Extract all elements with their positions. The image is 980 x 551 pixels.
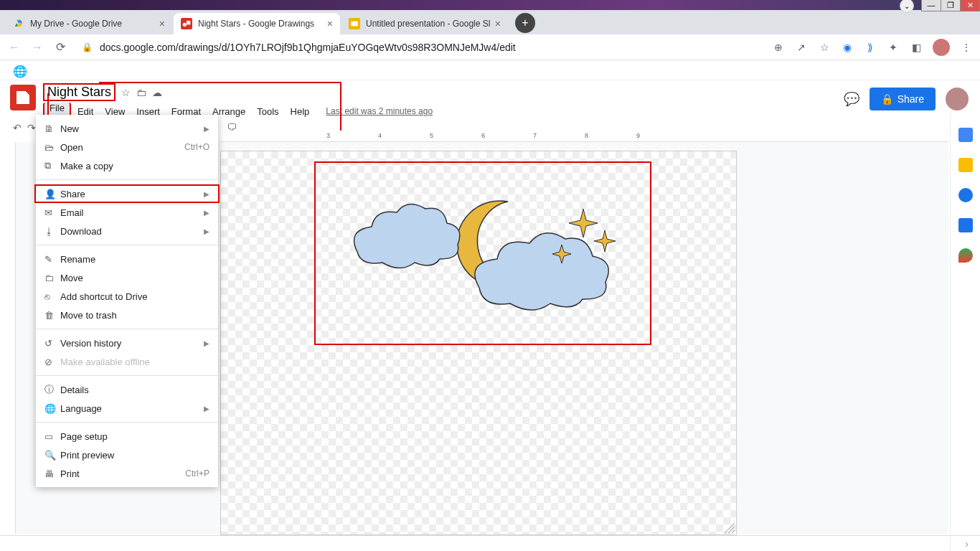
maximize-button[interactable]: ❐ xyxy=(941,0,961,11)
last-edit-link[interactable]: Last edit was 2 minutes ago xyxy=(326,104,433,119)
globe-icon[interactable]: 🌐 xyxy=(13,65,24,76)
menu-make-copy[interactable]: ⧉Make a copy xyxy=(36,156,218,175)
menu-help[interactable]: Help xyxy=(286,104,315,119)
ruler-tick: 4 xyxy=(378,132,382,139)
document-title[interactable]: Night Stars xyxy=(43,83,116,101)
menu-move-trash[interactable]: 🗑Move to trash xyxy=(36,306,218,324)
file-menu-dropdown: 🗎New▶ 🗁OpenCtrl+O ⧉Make a copy 👤Share▶ ✉… xyxy=(36,115,218,487)
menu-email[interactable]: ✉Email▶ xyxy=(36,203,218,222)
cloud-status-icon[interactable]: ☁ xyxy=(152,87,162,98)
drawings-icon xyxy=(181,18,192,29)
globe-icon: 🌐 xyxy=(44,403,60,414)
mail-icon: ✉ xyxy=(44,207,60,218)
extensions-puzzle-icon[interactable]: ✦ xyxy=(887,41,900,54)
svg-rect-4 xyxy=(351,22,357,27)
menu-language[interactable]: 🌐Language▶ xyxy=(36,399,218,418)
menu-print[interactable]: 🖶PrintCtrl+P xyxy=(36,464,218,483)
close-tab-icon[interactable]: × xyxy=(327,18,333,29)
kebab-menu-icon[interactable]: ⋮ xyxy=(960,41,973,54)
menu-version-history[interactable]: ↺Version history▶ xyxy=(36,334,218,352)
maps-icon[interactable] xyxy=(958,248,973,263)
browser-tab[interactable]: My Drive - Google Drive × xyxy=(6,13,172,34)
close-tab-icon[interactable]: × xyxy=(495,18,501,29)
person-plus-icon: 👤 xyxy=(44,189,60,199)
calendar-icon[interactable] xyxy=(958,128,973,142)
menu-share[interactable]: 👤Share▶ xyxy=(34,184,220,203)
tab-title: My Drive - Google Drive xyxy=(30,19,155,29)
separator xyxy=(36,179,218,180)
drawing-artwork[interactable] xyxy=(329,180,630,331)
menu-tools[interactable]: Tools xyxy=(252,104,283,119)
menu-print-preview[interactable]: 🔍Print preview xyxy=(36,446,218,464)
tasks-icon[interactable] xyxy=(958,188,973,202)
print-icon: 🖶 xyxy=(44,468,60,479)
share-label: Share xyxy=(897,93,924,105)
separator xyxy=(36,329,218,329)
browser-tabstrip: My Drive - Google Drive × Night Stars - … xyxy=(0,10,980,34)
cast-icon[interactable]: ⟫ xyxy=(864,41,877,54)
menu-details[interactable]: ⓘDetails xyxy=(36,380,218,399)
browser-tab[interactable]: Untitled presentation - Google Sl × xyxy=(341,13,508,34)
contacts-icon[interactable] xyxy=(958,218,973,232)
menu-move[interactable]: 🗀Move xyxy=(36,268,218,287)
keep-icon[interactable] xyxy=(958,158,973,172)
doc-plus-icon: 🗎 xyxy=(44,123,60,134)
ruler-tick: 9 xyxy=(636,132,640,139)
folder-move-icon: 🗀 xyxy=(44,273,60,283)
close-window-button[interactable]: ✕ xyxy=(960,0,980,11)
bookmark-star-icon[interactable]: ☆ xyxy=(818,41,831,54)
offline-icon: ⊘ xyxy=(44,357,60,367)
ruler-tick: 5 xyxy=(430,132,433,139)
reload-icon[interactable]: ⟳ xyxy=(53,40,67,54)
chevron-right-icon: ▶ xyxy=(204,125,209,133)
redo-icon[interactable]: ↷ xyxy=(27,122,36,133)
ruler-tick: 3 xyxy=(326,132,330,139)
ruler-tick: 8 xyxy=(585,132,588,139)
url-bar[interactable]: 🔒 docs.google.com/drawings/d/1OYh7LROjf9… xyxy=(76,42,763,53)
separator xyxy=(36,375,218,376)
share-button[interactable]: 🔒 Share xyxy=(870,88,936,110)
minimize-button[interactable]: — xyxy=(921,0,941,11)
download-icon: ⭳ xyxy=(44,226,60,237)
share-url-icon[interactable]: ↗ xyxy=(795,41,808,54)
menu-add-shortcut[interactable]: ⎋Add shortcut to Drive xyxy=(36,287,218,306)
close-tab-icon[interactable]: × xyxy=(159,18,165,29)
undo-icon[interactable]: ↶ xyxy=(13,122,22,133)
menu-rename[interactable]: ✎Rename xyxy=(36,250,218,268)
resize-handle-icon[interactable] xyxy=(725,523,735,533)
new-tab-button[interactable]: + xyxy=(515,13,535,33)
explore-icon[interactable]: › xyxy=(965,538,969,550)
preview-icon: 🔍 xyxy=(44,450,60,461)
zoom-icon[interactable]: ⊕ xyxy=(772,41,785,54)
extension-icon[interactable]: ◉ xyxy=(841,41,854,54)
chevron-right-icon: ▶ xyxy=(204,227,209,235)
info-icon: ⓘ xyxy=(44,383,60,396)
sidepanel-icon[interactable]: ◧ xyxy=(910,41,923,54)
ruler-tick: 7 xyxy=(533,132,537,139)
window-titlebar: ⌄ — ❐ ✕ xyxy=(0,0,980,10)
vertical-ruler xyxy=(0,142,16,534)
svg-point-1 xyxy=(183,23,187,27)
menu-open[interactable]: 🗁OpenCtrl+O xyxy=(36,138,218,156)
comments-icon[interactable]: 💬 xyxy=(844,91,859,107)
star-icon[interactable]: ☆ xyxy=(121,87,131,98)
history-icon: ↺ xyxy=(44,338,60,349)
menu-page-setup[interactable]: ▭Page setup xyxy=(36,427,218,446)
separator xyxy=(36,245,218,245)
slides-icon xyxy=(349,18,360,29)
browser-tab-active[interactable]: Night Stars - Google Drawings × xyxy=(174,13,340,34)
trash-icon: 🗑 xyxy=(44,310,60,321)
chevron-right-icon: ▶ xyxy=(204,209,209,217)
menu-download[interactable]: ⭳Download▶ xyxy=(36,222,218,240)
menu-new[interactable]: 🗎New▶ xyxy=(36,119,218,138)
drawings-logo[interactable] xyxy=(10,85,36,110)
move-folder-icon[interactable]: 🗀 xyxy=(136,87,146,98)
svg-rect-2 xyxy=(187,21,190,24)
forward-icon[interactable]: → xyxy=(30,41,44,54)
account-avatar[interactable] xyxy=(946,88,969,110)
back-icon[interactable]: ← xyxy=(7,41,22,54)
profile-avatar[interactable] xyxy=(933,39,950,56)
separator xyxy=(36,422,218,423)
chevron-right-icon: ▶ xyxy=(204,405,209,413)
drawing-canvas[interactable] xyxy=(220,151,737,535)
